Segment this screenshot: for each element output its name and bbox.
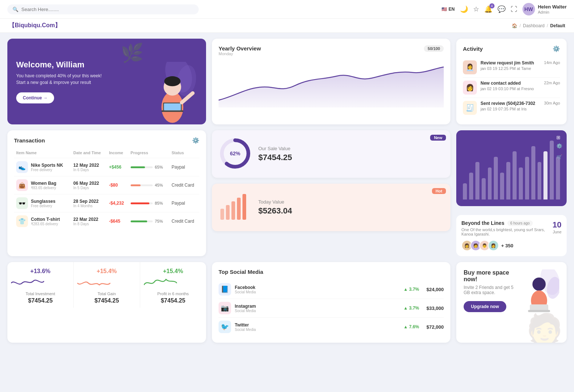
mini-stat-pct: +15.4% bbox=[77, 268, 136, 275]
search-bar[interactable]: 🔍 bbox=[7, 4, 199, 14]
fullscreen-icon[interactable]: ⛶ bbox=[511, 6, 517, 13]
breadcrumb: 🏠 / Dashboard / Default bbox=[512, 23, 565, 28]
sale-hot-badge: Hot bbox=[432, 188, 446, 194]
table-row: 👜 Women Bag ₹83.65 delivery 06 May 2022 … bbox=[14, 176, 199, 194]
sale-hot-label: Today Value bbox=[258, 199, 292, 205]
event-month: June bbox=[553, 230, 561, 234]
user-menu[interactable]: HW Helen Walter Admin bbox=[522, 3, 567, 15]
sep2: / bbox=[547, 23, 548, 28]
cart-icon[interactable]: 🛒 bbox=[556, 154, 562, 160]
transaction-table: Item Name Date and Time Income Progress … bbox=[14, 149, 199, 230]
filter-icon[interactable]: ⊞ bbox=[556, 135, 560, 140]
activity-sub-3: jan 02 19 07:35 PM at Iris bbox=[481, 107, 527, 111]
attendee-4: 👩 bbox=[488, 240, 499, 251]
breadcrumb-bar: 【Biqubiqu.Com】 🏠 / Dashboard / Default bbox=[0, 19, 574, 33]
activity-item-1: 👩‍💼 Review request jim Smith jan 03 19 1… bbox=[463, 57, 560, 78]
activity-time-1: 14m Ago bbox=[544, 60, 560, 65]
activity-info-1: Review request jim Smith jan 03 19 12:25… bbox=[481, 60, 541, 71]
search-input[interactable] bbox=[21, 7, 194, 12]
bar-item bbox=[550, 141, 554, 199]
breadcrumb-dashboard[interactable]: Dashboard bbox=[523, 23, 545, 28]
star-icon[interactable]: ☆ bbox=[473, 5, 479, 13]
mini-stats: +13.6% Total Investment $7454.25 +15.4% … bbox=[7, 262, 206, 308]
social-name: Instagram bbox=[235, 304, 256, 309]
bar-item bbox=[500, 173, 504, 199]
social-item: 📷 Instagram Social Media ▲ 3.7% $33,000 bbox=[219, 299, 444, 318]
bar-item bbox=[463, 183, 467, 199]
transaction-settings-icon[interactable]: ⚙️ bbox=[192, 137, 199, 144]
social-val: $72,000 bbox=[426, 324, 444, 330]
social-icon-fb: 📘 bbox=[219, 283, 231, 296]
col-progress: Progress bbox=[128, 149, 169, 158]
social-info: Facebook Social Media bbox=[235, 285, 256, 294]
continue-button[interactable]: Continue → bbox=[16, 92, 54, 103]
activity-thumb-2: 👩 bbox=[463, 81, 477, 95]
sale-new-badge: New bbox=[430, 135, 446, 141]
table-row: 👟 Nike Sports NK Free delivery 12 May 20… bbox=[14, 158, 199, 176]
search-icon: 🔍 bbox=[13, 7, 18, 12]
upgrade-button[interactable]: Upgrade now bbox=[464, 301, 506, 312]
bar-item bbox=[494, 157, 498, 199]
welcome-subtitle: You have completed 40% of your this week… bbox=[16, 73, 104, 86]
event-card: Beyond the Lines 6 hours ago One Of the … bbox=[456, 215, 567, 256]
activity-card: Activity ⚙️ 👩‍💼 Review request jim Smith… bbox=[456, 39, 567, 124]
upgrade-illustration: 🧑 bbox=[526, 312, 563, 343]
notification-bell[interactable]: 🔔 4 bbox=[484, 5, 492, 13]
col-item: Item Name bbox=[14, 149, 71, 158]
settings-icon-right[interactable]: ⚙️ bbox=[556, 143, 562, 149]
bar-chart bbox=[463, 141, 560, 199]
activity-sub-1: jan 03 19 12:25 PM at Tame bbox=[481, 66, 531, 71]
donut-chart: 62% bbox=[219, 137, 252, 171]
sale-new-info: Our Sale Value $7454.25 bbox=[258, 146, 292, 162]
language-selector[interactable]: 🇺🇸 EN bbox=[442, 7, 455, 12]
home-icon[interactable]: 🏠 bbox=[512, 23, 517, 28]
dark-mode-toggle[interactable]: 🌙 bbox=[460, 5, 468, 13]
activity-thumb-3: 🧾 bbox=[463, 101, 477, 115]
activity-sub-2: jan 02 19 03:10 PM at Fresno bbox=[481, 86, 534, 91]
row-1: 🌿 Welcome, William You have completed 40… bbox=[0, 33, 574, 130]
bar-item bbox=[543, 151, 548, 199]
svg-rect-16 bbox=[242, 194, 246, 220]
svg-point-19 bbox=[532, 278, 546, 291]
mini-stat-pct: +15.4% bbox=[144, 268, 202, 275]
social-sub: Social Media bbox=[235, 328, 256, 332]
user-info: Helen Walter Admin bbox=[538, 4, 567, 14]
upgrade-person-svg bbox=[519, 269, 559, 314]
sale-hot-value: $5263.04 bbox=[258, 206, 292, 216]
activity-thumb-1: 👩‍💼 bbox=[463, 60, 477, 74]
row-3: +13.6% Total Investment $7454.25 +15.4% … bbox=[0, 262, 574, 350]
activity-settings-icon[interactable]: ⚙️ bbox=[553, 45, 560, 52]
svg-rect-13 bbox=[226, 205, 230, 220]
bar-item bbox=[488, 167, 492, 199]
event-description: One Of the world,s brightest, young surf… bbox=[461, 227, 553, 236]
svg-rect-15 bbox=[237, 198, 241, 220]
activity-time-3: 30m Ago bbox=[544, 101, 560, 105]
right-column: ⊞ ⚙️ 🛒 Beyond the Lines 6 hours ago One … bbox=[456, 130, 567, 256]
col-date: Date and Time bbox=[71, 149, 107, 158]
notification-badge: 4 bbox=[489, 3, 495, 8]
social-icon-tw: 🐦 bbox=[219, 321, 231, 333]
yearly-chart bbox=[219, 60, 444, 104]
col-income: Income bbox=[107, 149, 128, 158]
mini-stat-value: $7454.25 bbox=[77, 297, 136, 304]
table-row: 👕 Cotton T-shirt ₹283.65 delivery 22 Mar… bbox=[14, 212, 199, 230]
activity-info-3: Sent review (504)236-7302 jan 02 19 07:3… bbox=[481, 101, 541, 112]
bar-item bbox=[469, 173, 473, 199]
mini-stat-item: +15.4% Total Gain $7454.25 bbox=[74, 262, 140, 308]
bar-item bbox=[538, 162, 542, 199]
activity-item-2: 👩 New contact added jan 02 19 03:10 PM a… bbox=[463, 78, 560, 98]
activity-item-3: 🧾 Sent review (504)236-7302 jan 02 19 07… bbox=[463, 98, 560, 118]
bar-item bbox=[519, 167, 523, 199]
chat-icon[interactable]: 💬 bbox=[497, 5, 506, 13]
social-title: Top Social Media bbox=[219, 269, 444, 275]
sale-hot-info: Today Value $5263.04 bbox=[258, 199, 292, 216]
mini-stat-label: Profit in 6 months bbox=[144, 292, 202, 296]
row-2: Transaction ⚙️ Item Name Date and Time I… bbox=[0, 130, 574, 262]
welcome-illustration bbox=[132, 39, 206, 124]
activity-title-1: Review request jim Smith bbox=[481, 60, 541, 66]
activity-list: 👩‍💼 Review request jim Smith jan 03 19 1… bbox=[463, 57, 560, 118]
social-pct: ▲ 3.7% bbox=[403, 306, 419, 311]
hot-chart bbox=[219, 190, 252, 225]
bar-item bbox=[482, 178, 486, 199]
bar-chart-card: ⊞ ⚙️ 🛒 bbox=[456, 130, 567, 206]
